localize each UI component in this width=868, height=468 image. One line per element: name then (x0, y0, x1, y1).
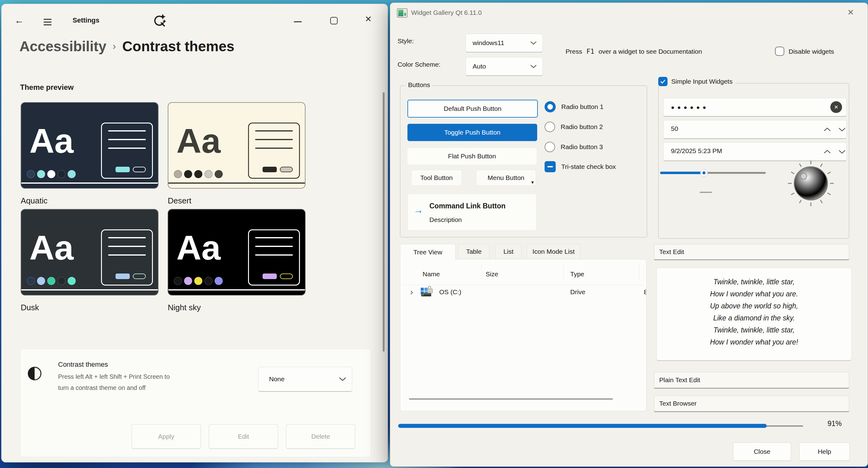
theme-taskbar-strip (168, 289, 305, 291)
theme-card-night-sky[interactable]: Aa (168, 209, 306, 295)
password-dots: ●●●●●● (671, 104, 709, 111)
tab-list[interactable]: List (495, 244, 522, 259)
contrast-themes-card: Contrast themes Press left Alt + left Sh… (20, 348, 371, 457)
mini-scrollbar[interactable] (700, 192, 712, 193)
theme-card-dusk[interactable]: Aa (21, 209, 158, 295)
close-icon[interactable]: ✕ (365, 15, 372, 24)
spin-down-icon[interactable] (838, 128, 846, 132)
spinbox-value: 50 (671, 125, 678, 132)
copilot-refresh-icon[interactable] (152, 13, 167, 29)
menu-button[interactable]: Menu Button ▾ (476, 170, 536, 186)
radio-icon (545, 142, 555, 152)
command-arrow-icon: → (413, 205, 423, 215)
tab-icon-mode-list[interactable]: Icon Mode List (527, 244, 581, 259)
qt-close-icon[interactable]: ✕ (847, 8, 854, 16)
drive-icon (421, 286, 432, 297)
theme-mini-window (248, 229, 300, 286)
menu-indicator-icon: ▾ (531, 180, 534, 185)
spinbox[interactable]: 50 (663, 120, 847, 139)
app-icon (397, 8, 407, 18)
delete-button[interactable]: Delete (286, 424, 355, 449)
header-divider (403, 285, 644, 285)
f1-key-label: F1 (587, 48, 594, 55)
theme-color-dots (27, 277, 76, 285)
radio-button-1[interactable]: Radio button 1 (545, 101, 603, 113)
minimize-icon[interactable] (294, 21, 302, 22)
apply-button[interactable]: Apply (132, 424, 201, 449)
tab-tree-view[interactable]: Tree View (400, 244, 456, 261)
buttons-groupbox-legend: Buttons (406, 81, 432, 89)
maximize-icon[interactable] (330, 17, 338, 24)
radio-button-2[interactable]: Radio button 2 (545, 121, 603, 133)
color-scheme-combobox[interactable]: Auto (466, 57, 543, 76)
style-combobox[interactable]: windows11 (466, 34, 543, 53)
hamburger-icon[interactable] (43, 19, 52, 25)
spin-up-icon[interactable] (824, 128, 831, 132)
theme-card-aquatic[interactable]: Aa (21, 102, 158, 189)
tree-column-header-name[interactable]: Name (423, 270, 440, 278)
spin-up-icon[interactable] (824, 150, 831, 154)
radio-icon (545, 122, 555, 132)
breadcrumb-parent[interactable]: Accessibility (20, 38, 106, 54)
back-icon[interactable]: ← (14, 16, 24, 25)
tree-cell-name: OS (C:) (439, 288, 461, 296)
vertical-scrollbar[interactable] (383, 92, 384, 352)
datetime-edit[interactable]: 9/2/2025 5:23 PM (663, 142, 847, 161)
tree-column-header-type[interactable]: Type (570, 270, 584, 278)
tree-column-header-size[interactable]: Size (486, 270, 498, 278)
dial-indicator (801, 173, 807, 179)
slider-handle[interactable] (700, 169, 708, 176)
chevron-down-icon (339, 377, 346, 381)
toolbox-text-browser-header[interactable]: Text Browser (654, 396, 849, 412)
toolbox-text-edit-header[interactable]: Text Edit (654, 244, 849, 260)
default-push-button[interactable]: Default Push Button (407, 100, 538, 118)
contrast-card-title: Contrast themes (58, 361, 108, 369)
radio-button-3[interactable]: Radio button 3 (545, 141, 603, 153)
theme-name: Night sky (168, 303, 201, 312)
column-separator (639, 264, 639, 280)
theme-color-dots (27, 170, 76, 178)
command-link-title: Command Link Button (429, 202, 506, 210)
text-edit-area[interactable]: Twinkle, twinkle, little star, How I won… (656, 268, 851, 361)
dial[interactable] (787, 159, 835, 207)
chevron-down-icon (530, 65, 537, 68)
contrast-theme-dropdown[interactable]: None (258, 367, 352, 392)
theme-mini-window (248, 123, 300, 179)
close-button[interactable]: Close (733, 442, 791, 461)
style-label: Style: (398, 37, 414, 45)
edit-button[interactable]: Edit (209, 424, 278, 449)
chevron-down-icon (530, 41, 537, 45)
toolbox-plain-text-edit-header[interactable]: Plain Text Edit (654, 372, 849, 389)
checkbox-checked-icon[interactable] (658, 77, 668, 86)
theme-sample-text: Aa (29, 231, 73, 265)
tree-view-pane: Name Size Type › OS (C:) Drive 8 (400, 259, 647, 411)
tool-button[interactable]: Tool Button (411, 170, 462, 186)
breadcrumb-current: Contrast themes (122, 38, 235, 54)
tree-cell-type: Drive (570, 288, 585, 296)
tab-table[interactable]: Table (458, 244, 490, 259)
slider-fill (660, 172, 702, 174)
clear-icon[interactable]: ✕ (830, 101, 842, 113)
theme-color-dots (174, 277, 223, 285)
progress-label: 91% (828, 420, 842, 428)
theme-card-desert[interactable]: Aa (168, 102, 306, 189)
tristate-partial-icon (545, 161, 556, 172)
disable-widgets-checkbox[interactable] (775, 46, 784, 56)
password-input[interactable]: ●●●●●● ✕ (663, 98, 847, 117)
command-link-button[interactable]: → Command Link Button Description (407, 194, 536, 231)
qt-window-title: Widget Gallery Qt 6.11.0 (411, 9, 482, 16)
expand-chevron-icon[interactable]: › (410, 288, 413, 296)
spin-down-icon[interactable] (838, 150, 846, 154)
flat-push-button[interactable]: Flat Push Button (407, 148, 536, 165)
theme-name: Desert (168, 196, 191, 206)
chevron-right-icon: › (113, 40, 116, 52)
horizontal-scrollbar[interactable] (409, 398, 613, 400)
theme-mini-window (101, 123, 153, 179)
breadcrumb: Accessibility › Contrast themes (20, 38, 235, 55)
doc-hint: Press F1 over a widget to see Documentat… (566, 48, 702, 55)
toggle-push-button[interactable]: Toggle Push Button (407, 124, 537, 141)
datetime-value: 9/2/2025 5:23 PM (671, 147, 722, 155)
tristate-checkbox[interactable]: Tri-state check box (545, 161, 616, 173)
theme-mini-window (101, 229, 153, 286)
help-button[interactable]: Help (799, 442, 850, 461)
